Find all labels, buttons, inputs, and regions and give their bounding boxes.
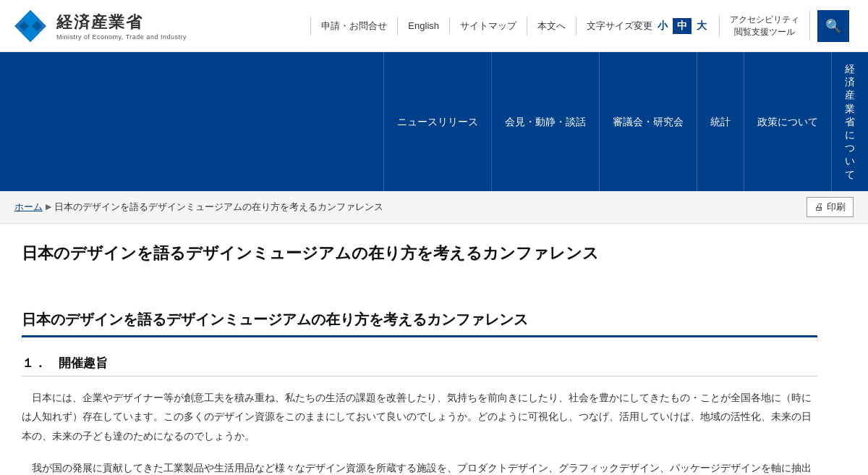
paragraph-2: 我が国の発展に貢献してきた工業製品や生活用品など様々なデザイン資源を所蔵する施設… bbox=[22, 458, 817, 475]
nav-english[interactable]: English bbox=[398, 17, 450, 34]
nav-sitemap[interactable]: サイトマップ bbox=[450, 17, 527, 35]
breadcrumb: ホーム ▶ 日本のデザインを語るデザインミュージアムの在り方を考えるカンファレン… bbox=[14, 201, 383, 214]
nav-press[interactable]: 会見・動静・談話 bbox=[491, 52, 599, 191]
print-icon: 🖨 bbox=[814, 201, 824, 212]
breadcrumb-current: 日本のデザインを語るデザインミュージアムの在り方を考えるカンファレンス bbox=[54, 201, 383, 214]
nav-council[interactable]: 審議会・研究会 bbox=[599, 52, 697, 191]
logo-icon bbox=[12, 7, 49, 45]
nav-stats[interactable]: 統計 bbox=[697, 52, 744, 191]
font-size-controls: 文字サイズ変更 小 中 大 bbox=[576, 15, 720, 37]
logo[interactable]: 経済産業省 Ministry of Economy, Trade and Ind… bbox=[12, 7, 187, 45]
page-title: 日本のデザインを語るデザインミュージアムの在り方を考えるカンファレンス bbox=[22, 241, 817, 272]
search-button[interactable]: 🔍 bbox=[817, 10, 849, 42]
section-title-main: 日本のデザインを語るデザインミュージアムの在り方を考えるカンファレンス bbox=[22, 310, 817, 337]
nav-news[interactable]: ニュースリリース bbox=[383, 52, 491, 191]
breadcrumb-bar: ホーム ▶ 日本のデザインを語るデザインミュージアムの在り方を考えるカンファレン… bbox=[0, 191, 868, 224]
breadcrumb-home[interactable]: ホーム bbox=[14, 201, 43, 214]
nav-contact[interactable]: 申請・お問合せ bbox=[310, 17, 398, 35]
section-heading-1: １． 開催趣旨 bbox=[22, 355, 817, 377]
logo-text: 経済産業省 Ministry of Economy, Trade and Ind… bbox=[56, 12, 187, 41]
nav-main-text[interactable]: 本文へ bbox=[527, 17, 576, 35]
header-top: 経済産業省 Ministry of Economy, Trade and Ind… bbox=[0, 0, 868, 52]
font-size-label: 文字サイズ変更 bbox=[587, 20, 652, 33]
breadcrumb-arrow: ▶ bbox=[46, 202, 51, 211]
font-size-medium[interactable]: 中 bbox=[673, 18, 692, 34]
print-button[interactable]: 🖨 印刷 bbox=[807, 197, 854, 217]
logo-sub-text: Ministry of Economy, Trade and Industry bbox=[56, 33, 187, 41]
font-size-small[interactable]: 小 bbox=[655, 20, 670, 33]
paragraph-1: 日本には、企業やデザイナー等が創意工夫を積み重ね、私たちの生活の課題を改善したり… bbox=[22, 388, 817, 446]
nav-about[interactable]: 経済産業省 について bbox=[831, 52, 868, 191]
accessibility-line1: アクセシビリティ bbox=[730, 14, 799, 26]
accessibility-line2: 閲覧支援ツール bbox=[730, 26, 799, 38]
content-section: 日本のデザインを語るデザインミュージアムの在り方を考えるカンファレンス １． 開… bbox=[22, 293, 817, 475]
logo-main-text: 経済産業省 bbox=[56, 12, 187, 33]
main-nav: ニュースリリース 会見・動静・談話 審議会・研究会 統計 政策について 経済産業… bbox=[0, 52, 868, 191]
search-icon: 🔍 bbox=[825, 18, 841, 34]
accessibility-btn[interactable]: アクセシビリティ 閲覧支援ツール bbox=[720, 11, 810, 41]
header-top-nav: 申請・お問合せ English サイトマップ 本文へ 文字サイズ変更 小 中 大… bbox=[187, 10, 856, 42]
print-label: 印刷 bbox=[827, 201, 846, 214]
main-content: 日本のデザインを語るデザインミュージアムの在り方を考えるカンファレンス 日本のデ… bbox=[0, 224, 839, 475]
font-size-large[interactable]: 大 bbox=[694, 20, 709, 33]
nav-policy[interactable]: 政策について bbox=[744, 52, 831, 191]
